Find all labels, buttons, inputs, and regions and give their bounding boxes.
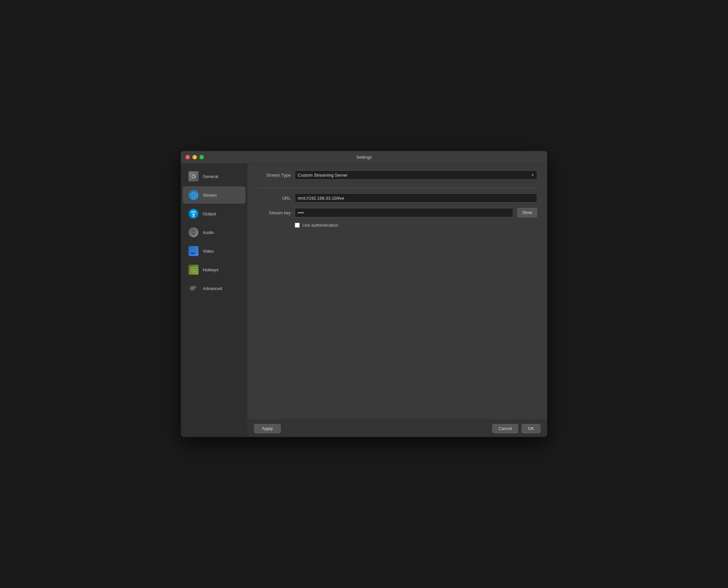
url-row: URL bbox=[258, 193, 537, 203]
svg-point-0 bbox=[193, 176, 195, 177]
video-icon bbox=[188, 246, 199, 256]
video-icon-shape bbox=[189, 246, 198, 256]
svg-point-6 bbox=[193, 214, 195, 216]
apply-button[interactable]: Apply bbox=[254, 424, 281, 433]
stream-key-input[interactable] bbox=[295, 208, 513, 217]
svg-point-12 bbox=[193, 232, 194, 233]
url-input[interactable] bbox=[295, 193, 537, 203]
titlebar: Settings bbox=[181, 151, 547, 164]
minimize-button[interactable] bbox=[193, 155, 197, 159]
svg-rect-20 bbox=[195, 267, 197, 268]
general-label: General bbox=[203, 174, 218, 179]
stream-type-label: Stream Type bbox=[258, 173, 291, 178]
advanced-icon bbox=[188, 283, 199, 294]
use-auth-checkbox[interactable] bbox=[295, 223, 300, 228]
stream-type-row: Stream Type Custom Streaming Server Twit… bbox=[258, 170, 537, 180]
svg-rect-17 bbox=[190, 267, 192, 268]
stream-key-row: Stream key Show bbox=[258, 208, 537, 217]
output-icon bbox=[188, 208, 199, 219]
svg-rect-14 bbox=[191, 249, 195, 252]
stream-key-label: Stream key bbox=[258, 210, 291, 215]
sidebar: General Stream bbox=[181, 164, 247, 437]
svg-rect-23 bbox=[194, 269, 195, 270]
audio-icon bbox=[188, 227, 199, 238]
use-auth-label: Use authentication bbox=[302, 223, 338, 228]
audio-icon-shape bbox=[189, 227, 198, 237]
svg-rect-25 bbox=[191, 271, 196, 272]
divider bbox=[258, 188, 537, 188]
advanced-label: Advanced bbox=[203, 286, 222, 291]
hotkeys-icon-shape bbox=[189, 265, 198, 275]
cancel-button[interactable]: Cancel bbox=[492, 424, 518, 433]
hotkeys-label: Hotkeys bbox=[203, 267, 218, 272]
output-icon-shape bbox=[189, 209, 198, 219]
sidebar-item-video[interactable]: Video bbox=[183, 242, 245, 260]
video-label: Video bbox=[203, 249, 214, 254]
stream-label: Stream bbox=[203, 193, 217, 198]
svg-rect-21 bbox=[190, 269, 192, 270]
window-body: General Stream bbox=[181, 164, 547, 437]
window-controls bbox=[185, 155, 204, 159]
sidebar-item-audio[interactable]: Audio bbox=[183, 224, 245, 241]
hotkeys-icon bbox=[188, 264, 199, 275]
general-icon bbox=[188, 171, 199, 182]
auth-checkbox-row: Use authentication bbox=[295, 223, 537, 228]
sidebar-item-stream[interactable]: Stream bbox=[183, 186, 245, 204]
svg-point-29 bbox=[195, 287, 195, 287]
svg-rect-22 bbox=[192, 269, 193, 270]
close-button[interactable] bbox=[185, 155, 190, 159]
bottom-bar: Apply Cancel OK bbox=[247, 420, 547, 437]
general-icon-shape bbox=[189, 171, 198, 181]
bottom-left: Apply bbox=[254, 424, 281, 433]
window-title: Settings bbox=[356, 155, 372, 160]
svg-rect-16 bbox=[192, 254, 194, 254]
stream-icon bbox=[188, 190, 199, 200]
svg-point-27 bbox=[192, 288, 193, 289]
content-area: Stream Type Custom Streaming Server Twit… bbox=[247, 164, 547, 437]
stream-icon-shape bbox=[189, 190, 198, 200]
advanced-icon-shape bbox=[189, 284, 198, 293]
sidebar-item-output[interactable]: Output bbox=[183, 205, 245, 222]
sidebar-item-hotkeys[interactable]: Hotkeys bbox=[183, 261, 245, 278]
svg-rect-24 bbox=[195, 269, 197, 270]
maximize-button[interactable] bbox=[199, 155, 204, 159]
sidebar-spacer bbox=[181, 298, 247, 437]
svg-rect-18 bbox=[192, 267, 193, 268]
sidebar-item-general[interactable]: General bbox=[183, 168, 245, 185]
main-panel: Stream Type Custom Streaming Server Twit… bbox=[247, 164, 547, 420]
ok-button[interactable]: OK bbox=[522, 424, 541, 433]
output-label: Output bbox=[203, 211, 216, 216]
bottom-right: Cancel OK bbox=[492, 424, 541, 433]
svg-rect-15 bbox=[190, 253, 196, 254]
svg-rect-19 bbox=[194, 267, 195, 268]
show-button[interactable]: Show bbox=[517, 208, 537, 217]
url-label: URL bbox=[258, 196, 291, 201]
settings-window: Settings General bbox=[181, 151, 547, 437]
stream-type-select-wrapper: Custom Streaming Server Twitch YouTube F… bbox=[295, 170, 537, 180]
audio-label: Audio bbox=[203, 230, 214, 235]
sidebar-item-advanced[interactable]: Advanced bbox=[183, 280, 245, 297]
stream-type-select[interactable]: Custom Streaming Server Twitch YouTube F… bbox=[295, 170, 537, 180]
